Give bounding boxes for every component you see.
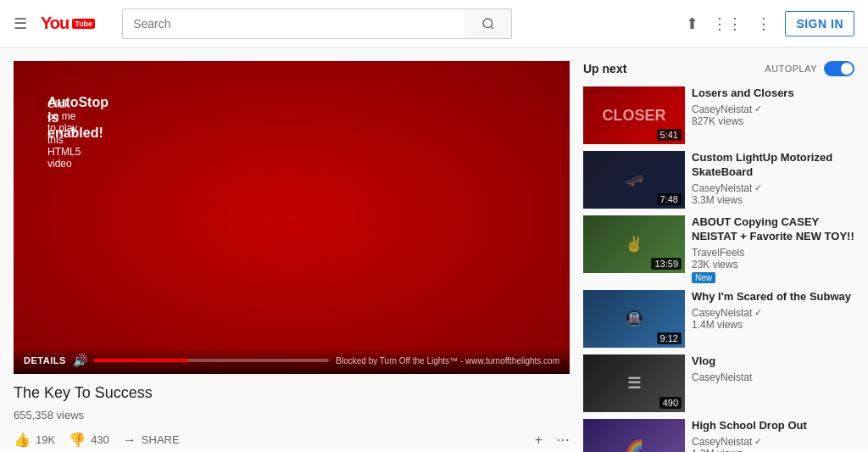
search-button[interactable] (465, 8, 512, 39)
youtube-logo[interactable]: YouTube (41, 14, 95, 33)
header-right: ⬆ ⋮⋮ ⋮ SIGN IN (686, 11, 854, 36)
logo-text: You (41, 14, 69, 33)
volume-icon[interactable]: 🔊 (73, 354, 87, 367)
verified-check: ✓ (754, 182, 762, 193)
thumb-label: ☰ (627, 374, 641, 393)
video-item-channel: TravelFeels (692, 247, 854, 259)
search-bar (122, 8, 512, 39)
more-icon[interactable]: ⋮ (756, 14, 771, 33)
thumb-label: 🌈 (625, 438, 643, 452)
new-badge: New (692, 272, 715, 283)
svg-line-1 (491, 26, 493, 29)
share-button[interactable]: → SHARE (123, 432, 180, 448)
video-duration: 7:48 (657, 193, 682, 205)
blocked-text: Blocked by Turn Off the Lights™ - www.tu… (336, 356, 559, 366)
details-button[interactable]: DETAILS (24, 355, 66, 366)
sidebar: Up next AUTOPLAY CLOSER 5:41 Losers and … (583, 61, 854, 452)
video-item-channel: CaseyNeistat ✓ (692, 307, 854, 319)
video-thumbnail: CLOSER 5:41 (583, 86, 685, 144)
dislike-button[interactable]: 👎 430 (69, 432, 109, 448)
thumbs-up-icon: 👍 (14, 432, 31, 448)
video-title: The Key To Success (14, 384, 570, 402)
thumb-label: 🛹 (625, 170, 643, 189)
video-controls: DETAILS 🔊 Blocked by Turn Off the Lights… (14, 347, 570, 374)
apps-icon[interactable]: ⋮⋮ (712, 14, 743, 33)
video-thumbnail: 🚇 9:12 (583, 290, 685, 348)
video-item-views: 827K views (692, 115, 854, 127)
video-item-title: ABOUT Copying CASEY NEISTAT + Favorite N… (692, 215, 854, 244)
video-item-title: Custom LightUp Motorized SkateBoard (692, 151, 854, 180)
search-input[interactable] (122, 8, 465, 39)
menu-icon[interactable]: ☰ (14, 14, 27, 33)
video-duration: 490 (659, 397, 682, 409)
progress-fill (94, 359, 188, 362)
video-list-item[interactable]: ✌ 13:59 ABOUT Copying CASEY NEISTAT + Fa… (583, 215, 854, 283)
video-item-views: 1.3M views (692, 448, 854, 452)
verified-check: ✓ (754, 307, 762, 318)
main-content: AutoStop is enabled! Click on me to play… (0, 47, 868, 452)
autoplay-toggle[interactable] (824, 61, 854, 76)
autoplay-label: AUTOPLAY (765, 64, 817, 74)
dislike-count: 430 (91, 433, 109, 446)
like-count: 19K (36, 433, 55, 446)
video-item-views: 3.3M views (692, 194, 854, 206)
app-header: ☰ YouTube ⬆ ⋮⋮ ⋮ SIGN IN (0, 0, 868, 47)
video-item-views: 23K views (692, 259, 854, 271)
video-list-item[interactable]: CLOSER 5:41 Losers and Closers CaseyNeis… (583, 86, 854, 144)
search-icon (481, 17, 495, 31)
video-thumbnail: ✌ 13:59 (583, 215, 685, 273)
add-icon: + (535, 432, 542, 448)
progress-bar[interactable] (94, 359, 330, 362)
add-to-button[interactable]: + (535, 432, 542, 448)
video-meta: Custom LightUp Motorized SkateBoard Case… (692, 151, 854, 209)
autostop-subtitle: Click on me to play this HTML5 video (47, 98, 81, 170)
up-next-label: Up next (583, 62, 626, 75)
sign-in-button[interactable]: SIGN IN (785, 11, 854, 36)
ellipsis-icon: ⋯ (556, 432, 570, 448)
header-left: ☰ YouTube (14, 14, 95, 33)
thumb-image: 🌈 (583, 419, 685, 452)
share-icon: → (123, 432, 136, 448)
video-item-title: Losers and Closers (692, 86, 854, 101)
verified-check: ✓ (754, 436, 762, 447)
video-duration: 9:12 (657, 332, 682, 344)
video-list-item[interactable]: 🚇 9:12 Why I'm Scared of the Subway Case… (583, 290, 854, 348)
video-list-item[interactable]: 🛹 7:48 Custom LightUp Motorized SkateBoa… (583, 151, 854, 209)
video-thumbnail: ☰ 490 (583, 354, 685, 412)
more-actions-button[interactable]: ⋯ (556, 432, 570, 448)
video-meta: High School Drop Out CaseyNeistat ✓ 1.3M… (692, 419, 854, 452)
video-info: The Key To Success 655,358 views 👍 19K 👎… (14, 374, 570, 452)
logo-badge: Tube (72, 19, 95, 29)
like-button[interactable]: 👍 19K (14, 432, 55, 448)
video-meta: ABOUT Copying CASEY NEISTAT + Favorite N… (692, 215, 854, 283)
toggle-knob (841, 63, 853, 75)
video-player[interactable]: AutoStop is enabled! Click on me to play… (14, 61, 570, 374)
video-item-channel: CaseyNeistat (692, 371, 854, 383)
video-section: AutoStop is enabled! Click on me to play… (14, 61, 570, 452)
video-list-item[interactable]: 🌈 8:15 High School Drop Out CaseyNeistat… (583, 419, 854, 452)
video-list: CLOSER 5:41 Losers and Closers CaseyNeis… (583, 86, 854, 452)
video-thumbnail: 🌈 8:15 (583, 419, 685, 452)
sidebar-header: Up next AUTOPLAY (583, 61, 854, 76)
video-item-channel: CaseyNeistat ✓ (692, 103, 854, 115)
video-item-channel: CaseyNeistat ✓ (692, 436, 854, 448)
thumb-label: CLOSER (602, 107, 665, 125)
share-label: SHARE (142, 433, 180, 446)
video-duration: 5:41 (657, 129, 682, 141)
thumb-label: ✌ (625, 235, 643, 254)
video-duration: 13:59 (651, 258, 682, 270)
video-meta: Why I'm Scared of the Subway CaseyNeista… (692, 290, 854, 348)
upload-icon[interactable]: ⬆ (686, 14, 698, 33)
video-meta: Vlog CaseyNeistat (692, 354, 854, 412)
video-item-title: Why I'm Scared of the Subway (692, 290, 854, 304)
video-item-title: High School Drop Out (692, 419, 854, 433)
video-item-views: 1.4M views (692, 319, 854, 331)
video-list-item[interactable]: ☰ 490 Vlog CaseyNeistat (583, 354, 854, 412)
thumb-label: 🚇 (625, 310, 643, 328)
video-meta: Losers and Closers CaseyNeistat ✓ 827K v… (692, 86, 854, 144)
svg-point-0 (483, 19, 492, 28)
video-views: 655,358 views (14, 409, 570, 421)
video-item-channel: CaseyNeistat ✓ (692, 182, 854, 194)
thumbs-down-icon: 👎 (69, 432, 86, 448)
video-item-title: Vlog (692, 354, 854, 369)
